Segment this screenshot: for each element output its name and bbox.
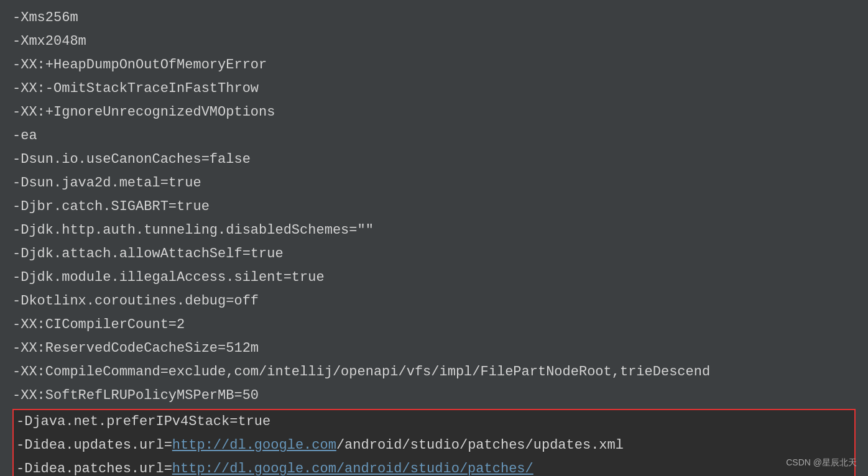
code-line-1: -Xms256m [12,6,856,30]
code-line-14: -XX:CICompilerCount=2 [12,313,856,337]
highlighted-line-2-link[interactable]: http://dl.google.com [172,437,336,453]
highlighted-line-1: -Djava.net.preferIPv4Stack=true [14,410,854,434]
code-line-12: -Djdk.module.illegalAccess.silent=true [12,266,856,290]
highlighted-line-2-prefix: -Didea.updates.url= [16,437,172,453]
code-line-10: -Djdk.http.auth.tunneling.disabledScheme… [12,219,856,242]
code-line-11: -Djdk.attach.allowAttachSelf=true [12,242,856,266]
highlighted-block: -Djava.net.preferIPv4Stack=true -Didea.u… [12,409,856,476]
code-container: -Xms256m -Xmx2048m -XX:+HeapDumpOnOutOfM… [0,0,868,476]
code-line-15: -XX:ReservedCodeCacheSize=512m [12,337,856,360]
code-line-5: -XX:+IgnoreUnrecognizedVMOptions [12,101,856,124]
highlighted-line-3-prefix: -Didea.patches.url= [16,461,172,476]
code-line-2: -Xmx2048m [12,30,856,53]
code-line-3: -XX:+HeapDumpOnOutOfMemoryError [12,53,856,77]
code-line-7: -Dsun.io.useCanonCaches=false [12,148,856,172]
highlighted-line-2: -Didea.updates.url=http://dl.google.com/… [14,434,854,457]
highlighted-line-2-suffix: /android/studio/patches/updates.xml [336,437,624,453]
code-line-17: -XX:SoftRefLRUPolicyMSPerMB=50 [12,384,856,408]
code-line-8: -Dsun.java2d.metal=true [12,172,856,195]
watermark: CSDN @星辰北天 [786,457,857,469]
highlighted-line-1-text: -Djava.net.preferIPv4Stack=true [16,414,270,429]
code-line-6: -ea [12,124,856,148]
highlighted-line-3-link[interactable]: http://dl.google.com/android/studio/patc… [172,461,533,476]
code-line-16: -XX:CompileCommand=exclude,com/intellij/… [12,360,856,384]
code-line-4: -XX:-OmitStackTraceInFastThrow [12,77,856,101]
code-line-9: -Djbr.catch.SIGABRT=true [12,195,856,219]
highlighted-line-3: -Didea.patches.url=http://dl.google.com/… [14,457,854,476]
code-line-13: -Dkotlinx.coroutines.debug=off [12,290,856,313]
